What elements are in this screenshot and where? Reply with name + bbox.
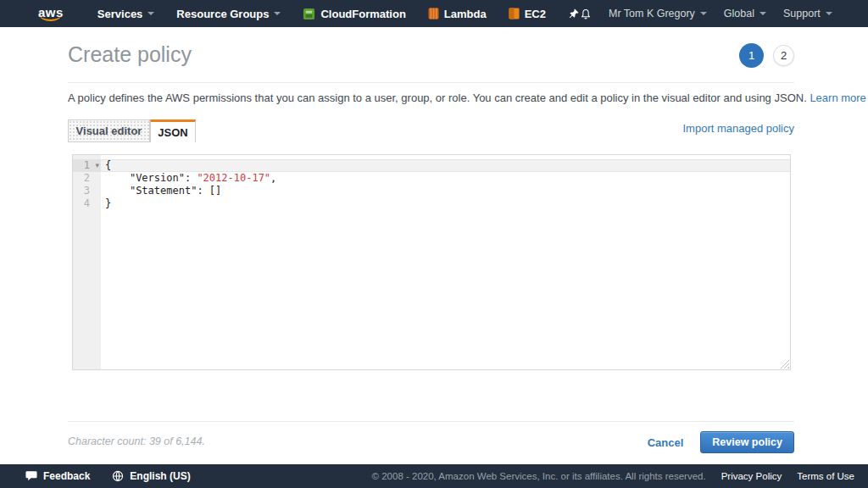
language-label: English (US) [130, 470, 190, 482]
tab-json[interactable]: JSON [150, 119, 196, 142]
nav-lambda-label: Lambda [444, 8, 487, 20]
import-managed-policy-link[interactable]: Import managed policy [682, 122, 794, 135]
tab-visual-editor[interactable]: Visual editor [68, 119, 150, 142]
page-description: A policy defines the AWS permissions tha… [68, 92, 866, 104]
line-number[interactable]: 2 [73, 172, 101, 185]
nav-support-menu[interactable]: Support [783, 8, 832, 19]
pin-icon [568, 8, 580, 19]
line-number[interactable]: 3 [73, 185, 101, 197]
bell-icon [580, 8, 592, 20]
terms-of-use-link[interactable]: Terms of Use [797, 471, 854, 481]
code-line[interactable]: } [101, 197, 790, 210]
feedback-button[interactable]: Feedback [25, 470, 90, 482]
character-count: Character count: 39 of 6,144. [68, 435, 205, 447]
action-bar: Cancel Review policy [648, 431, 794, 453]
nav-notifications-button[interactable] [580, 8, 592, 20]
chevron-down-icon [274, 12, 281, 15]
step-1-badge: 1 [739, 43, 764, 68]
screen: aws Services Resource Groups CloudFormat… [0, 0, 868, 488]
page-description-text: A policy defines the AWS permissions tha… [68, 92, 807, 104]
ec2-icon [509, 8, 520, 19]
chevron-down-icon [760, 12, 766, 15]
actions-divider [68, 421, 794, 422]
line-number[interactable]: 4 [73, 197, 101, 210]
lambda-icon [428, 8, 439, 19]
nav-services-label: Services [97, 8, 143, 20]
globe-icon [112, 470, 124, 482]
learn-more-link[interactable]: Learn more [810, 92, 865, 104]
step-indicator: 1 2 [739, 43, 794, 68]
nav-shortcut-cloudformation[interactable]: CloudFormation [303, 8, 405, 20]
nav-ec2-label: EC2 [525, 8, 546, 20]
nav-region-label: Global [724, 8, 754, 19]
footer: Feedback English (US) © 2008 - 2020, Ama… [0, 464, 868, 488]
main-content: Create policy 1 2 A policy defines the A… [0, 27, 868, 464]
fold-arrow-icon[interactable]: ▾ [95, 159, 99, 172]
json-policy-editor[interactable]: 1▾234 { "Version": "2012-10-17", "Statem… [72, 154, 791, 370]
chevron-down-icon [147, 12, 154, 15]
code-line[interactable]: { [101, 159, 790, 172]
review-policy-button[interactable]: Review policy [700, 431, 794, 453]
speech-bubble-icon [25, 470, 37, 482]
code-line[interactable]: "Version": "2012-10-17", [101, 172, 790, 185]
cancel-button[interactable]: Cancel [648, 436, 684, 449]
editor-code[interactable]: { "Version": "2012-10-17", "Statement": … [101, 155, 790, 369]
feedback-label: Feedback [43, 470, 90, 482]
privacy-policy-link[interactable]: Privacy Policy [721, 471, 782, 481]
nav-user-label: Mr Tom K Gregory [609, 8, 695, 19]
nav-services[interactable]: Services [97, 8, 155, 20]
nav-support-label: Support [783, 8, 821, 19]
language-selector[interactable]: English (US) [112, 470, 190, 482]
nav-region-menu[interactable]: Global [724, 8, 766, 19]
nav-pin-button[interactable] [568, 8, 580, 19]
nav-resource-groups-label: Resource Groups [176, 8, 269, 20]
title-divider [68, 82, 794, 83]
nav-user-menu[interactable]: Mr Tom K Gregory [609, 8, 707, 19]
nav-shortcut-ec2[interactable]: EC2 [509, 8, 546, 20]
chevron-down-icon [826, 12, 832, 15]
step-2-badge: 2 [773, 45, 794, 66]
nav-right: Mr Tom K Gregory Global Support [580, 8, 868, 20]
aws-logo[interactable]: aws [38, 6, 64, 21]
nav-left: Services Resource Groups CloudFormation [97, 8, 580, 20]
step-1-number: 1 [748, 49, 754, 62]
code-line[interactable]: "Statement": [] [101, 185, 790, 197]
footer-right: © 2008 - 2020, Amazon Web Services, Inc.… [372, 471, 854, 481]
step-2-number: 2 [781, 49, 787, 62]
tab-json-label: JSON [158, 126, 187, 139]
nav-cloudformation-label: CloudFormation [320, 8, 405, 20]
nav-shortcut-lambda[interactable]: Lambda [428, 8, 487, 20]
aws-smile-icon [40, 15, 61, 21]
cloudformation-icon [303, 8, 315, 20]
top-nav: aws Services Resource Groups CloudFormat… [0, 0, 868, 27]
page-title: Create policy [68, 42, 192, 67]
copyright-text: © 2008 - 2020, Amazon Web Services, Inc.… [372, 471, 706, 481]
chevron-down-icon [700, 12, 707, 15]
line-number[interactable]: 1▾ [73, 159, 101, 172]
editor-gutter: 1▾234 [73, 155, 101, 369]
nav-resource-groups[interactable]: Resource Groups [176, 8, 281, 20]
tab-visual-editor-label: Visual editor [76, 125, 142, 137]
